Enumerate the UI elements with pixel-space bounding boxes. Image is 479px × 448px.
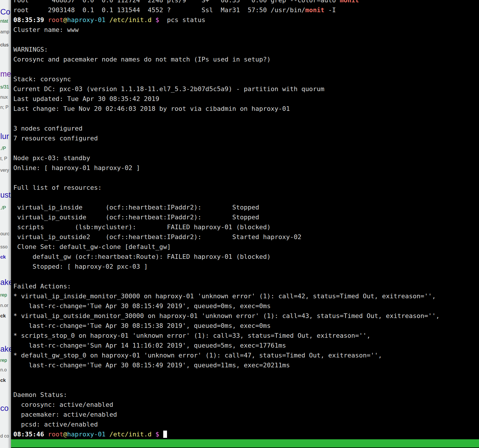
terminal-text-segment: root 468857 0.0 0.0 112724 2248 pts/9 S+… (13, 0, 340, 4)
screen: Contatampclusmes/31nuxn; Plur./Pt, Pvery… (0, 0, 479, 448)
terminal-window[interactable]: root 468857 0.0 0.0 112724 2248 pts/9 S+… (11, 0, 479, 448)
browser-text-fragment: ourc (0, 231, 9, 236)
terminal-text-segment: WARNINGS: (13, 46, 48, 53)
terminal-line: 08:35:39 root@haproxy-01 /etc/init.d $ p… (13, 15, 479, 25)
terminal-text-segment: Clone Set: default_gw-clone [default_gw] (13, 243, 171, 250)
terminal-line: Failed Actions: (13, 281, 479, 291)
terminal-text-segment: 08:35:39 (13, 16, 44, 24)
terminal-text-segment: /etc/init.d (109, 431, 152, 438)
terminal-text-segment: @ (63, 16, 67, 24)
terminal-text-segment (44, 431, 48, 438)
terminal-text-segment: Stopped: [ haproxy-02 pxc-03 ] (13, 263, 148, 270)
terminal-text-segment: Last updated: Tue Apr 30 08:35:42 2019 (13, 95, 159, 102)
terminal-line (13, 272, 479, 281)
terminal-text-segment: Last change: Tue Nov 20 02:46:03 2018 by… (13, 105, 290, 112)
terminal-text-segment: Daemon Status: (13, 391, 67, 398)
terminal-text-segment: * virtual_ip_outside_monitor_30000 on ha… (13, 312, 440, 319)
browser-text-fragment: clus (0, 42, 8, 48)
browser-text-fragment: very (0, 168, 9, 173)
terminal-text-segment: 7 resources configured (13, 135, 98, 142)
terminal-text-segment: Cluster name: www (13, 26, 79, 33)
terminal-text-segment (152, 16, 155, 24)
terminal-line: Clone Set: default_gw-clone [default_gw] (13, 242, 479, 252)
browser-text-fragment: ./P (0, 146, 6, 151)
terminal-line: Current DC: pxc-03 (version 1.1.18-11.el… (13, 84, 479, 94)
terminal-text-segment: last-rc-change='Sun Apr 14 11:16:02 2019… (13, 342, 286, 349)
terminal-line (13, 114, 479, 124)
terminal-text-segment: corosync: active/enabled (13, 401, 113, 408)
browser-text-fragment: n.or (0, 303, 8, 308)
terminal-text-segment: haproxy-01 (67, 16, 105, 24)
browser-text-fragment: sso (0, 244, 8, 250)
terminal-text-segment: /etc/init.d (109, 16, 152, 24)
terminal-line: * virtual_ip_inside_monitor_30000 on hap… (13, 291, 479, 301)
background-browser-window[interactable]: Contatampclusmes/31nuxn; Plur./Pt, Pvery… (0, 0, 11, 448)
terminal-line: last-rc-change='Tue Apr 30 08:15:49 2019… (13, 301, 479, 311)
terminal-line (13, 193, 479, 203)
terminal-line (13, 64, 479, 74)
terminal-text-segment: root (48, 16, 63, 24)
terminal-text-segment: scripts (lsb:mycluster): FAILED haproxy-… (13, 223, 271, 231)
terminal-line: last-rc-change='Tue Apr 30 08:15:38 2019… (13, 321, 479, 331)
terminal-line: pacemaker: active/enabled (13, 410, 479, 420)
terminal-text-segment: @ (63, 431, 67, 438)
terminal-line: corosync: active/enabled (13, 400, 479, 410)
browser-text-fragment: co (0, 404, 9, 413)
terminal-line: Last updated: Tue Apr 30 08:35:42 2019 (13, 94, 479, 104)
terminal-line: virtual_ip_outside2 (ocf::heartbeat:IPad… (13, 232, 479, 242)
terminal-text-segment: virtual_ip_outside (ocf::heartbeat:IPadd… (13, 214, 259, 221)
browser-text-fragment: ust (0, 191, 11, 200)
terminal-text-segment: monit (305, 6, 324, 14)
terminal-text-segment: Node pxc-03: standby (13, 154, 90, 162)
terminal-line (13, 380, 479, 390)
terminal-text-segment: $ (155, 431, 159, 438)
browser-text-fragment: s/31 (0, 84, 9, 90)
terminal-text-segment (106, 431, 109, 438)
terminal-line (13, 173, 479, 183)
browser-text-fragment: Co (0, 8, 10, 17)
terminal-text-segment (152, 431, 155, 438)
terminal-text-segment: last-rc-change='Tue Apr 30 08:15:38 2019… (13, 322, 271, 329)
terminal-text-segment: Full list of resources: (13, 184, 102, 191)
terminal-text-segment: pcsd: active/enabled (13, 421, 98, 428)
terminal-line: last-rc-change='Sun Apr 14 11:16:02 2019… (13, 341, 479, 351)
terminal-text-segment (159, 431, 163, 438)
terminal-text-segment: * scripts_stop_0 on haproxy-01 'unknown … (13, 332, 371, 339)
terminal-line: root 2903148 0.1 0.1 131544 4552 ? Ssl M… (13, 5, 479, 15)
browser-text-fragment: d co (0, 433, 9, 439)
terminal-text-segment: $ (155, 16, 159, 24)
terminal-line: Cluster name: www (13, 25, 479, 35)
terminal-text-segment: 08:35:46 (13, 431, 44, 438)
terminal-line: Daemon Status: (13, 390, 479, 400)
terminal-line: 7 resources configured (13, 133, 479, 143)
terminal-text-segment: Online: [ haproxy-01 haproxy-02 ] (13, 164, 140, 171)
browser-text-fragment: amp (0, 29, 9, 35)
browser-text-fragment: ake (0, 278, 11, 287)
terminal-text-segment: root 2903148 0.1 0.1 131544 4552 ? Ssl M… (13, 6, 305, 14)
terminal-text-segment: -I (324, 6, 336, 14)
browser-text-fragment: ck (0, 313, 6, 319)
terminal-line: Full list of resources: (13, 183, 479, 193)
browser-text-fragment: lur (0, 132, 9, 141)
terminal-text-segment: last-rc-change='Tue Apr 30 08:15:49 2019… (13, 302, 271, 310)
terminal-text-segment: * default_gw_stop_0 on haproxy-01 'unkno… (13, 352, 382, 359)
terminal-text-segment: pcs status (159, 16, 205, 24)
terminal-text-segment: virtual_ip_outside2 (ocf::heartbeat:IPad… (13, 233, 301, 241)
browser-text-fragment: ake (0, 345, 11, 354)
terminal-line (13, 370, 479, 380)
browser-text-fragment: t, P (0, 156, 7, 161)
terminal-text-segment: haproxy-01 (67, 431, 105, 438)
terminal-line: Last change: Tue Nov 20 02:46:03 2018 by… (13, 104, 479, 114)
terminal-line: pcsd: active/enabled (13, 420, 479, 429)
terminal-line: scripts (lsb:mycluster): FAILED haproxy-… (13, 222, 479, 232)
browser-text-fragment: nux (0, 95, 8, 100)
terminal-line: default_gw (ocf::heartbeat:Route): FAILE… (13, 252, 479, 262)
browser-text-fragment: n.o (0, 367, 7, 373)
terminal-text-segment (106, 16, 109, 24)
terminal-line: * default_gw_stop_0 on haproxy-01 'unkno… (13, 351, 479, 360)
browser-text-fragment: ntat (0, 19, 8, 24)
terminal-text-segment: default_gw (ocf::heartbeat:Route): FAILE… (13, 253, 271, 260)
terminal-line: root 468857 0.0 0.0 112724 2248 pts/9 S+… (13, 0, 479, 5)
terminal-content: root 468857 0.0 0.0 112724 2248 pts/9 S+… (11, 0, 479, 439)
terminal-line: Stopped: [ haproxy-02 pxc-03 ] (13, 262, 479, 272)
